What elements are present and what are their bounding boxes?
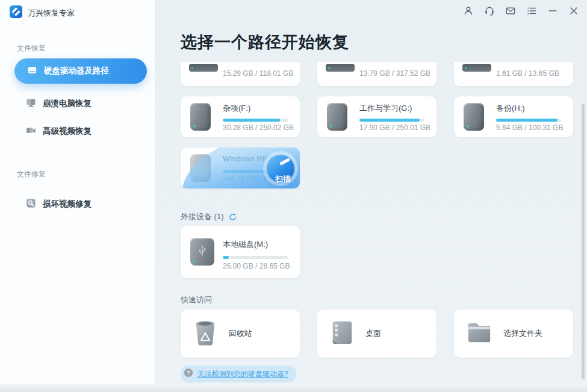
quick-access-label: 选择文件夹 bbox=[503, 328, 542, 339]
quick-access-card-recycle-bin[interactable]: 回收站 bbox=[181, 310, 300, 358]
scrollbar-thumb[interactable] bbox=[582, 104, 585, 379]
minimize-button[interactable] bbox=[547, 5, 558, 16]
desktop-icon bbox=[329, 319, 355, 349]
drive-size: 1.61 GB / 13.65 GB bbox=[496, 69, 559, 78]
drive-card[interactable]: 1.61 GB / 13.65 GB bbox=[454, 62, 573, 86]
drive-size: 17.90 GB / 250.01 GB bbox=[359, 123, 430, 132]
drive-size: 26.00 GB / 28.65 GB bbox=[223, 262, 290, 270]
quick-access-card-select-folder[interactable]: 选择文件夹 bbox=[454, 310, 573, 358]
drive-size: 13.79 GB / 317.52 GB bbox=[359, 69, 430, 78]
help-link[interactable]: ? 无法检测到您的硬盘驱动器? bbox=[181, 366, 296, 382]
support-headset-icon[interactable] bbox=[484, 5, 495, 16]
drive-progress bbox=[359, 119, 424, 122]
drive-progress-fill bbox=[359, 119, 420, 122]
recycle-bin-icon bbox=[193, 319, 218, 349]
drive-row: Windows RE tools 244.78 MB / 98 扫描 bbox=[181, 148, 300, 188]
window-bottom-edge bbox=[0, 384, 587, 392]
drive-card[interactable]: 备份(H:) 5.64 GB / 100.31 GB bbox=[454, 96, 573, 137]
sidebar-item-label: 高级视频恢复 bbox=[43, 126, 92, 137]
hard-drive-icon bbox=[462, 64, 491, 72]
hard-drive-icon bbox=[464, 103, 484, 131]
drive-row: 杂项(F:) 30.28 GB / 250.02 GB 工作与学习(G:) 17… bbox=[181, 96, 573, 137]
sidebar-item-corrupted-video-repair[interactable]: 损坏视频修复 bbox=[25, 197, 92, 211]
app-logo-icon bbox=[10, 5, 22, 20]
drive-progress-fill bbox=[223, 119, 280, 122]
quick-access-card-desktop[interactable]: 桌面 bbox=[317, 310, 436, 358]
hard-drive-icon bbox=[190, 103, 211, 131]
drive-progress bbox=[223, 256, 288, 259]
sidebar-section-file-repair: 文件修复 bbox=[17, 169, 46, 179]
page-title: 选择一个路径开始恢复 bbox=[181, 31, 349, 53]
drive-card[interactable]: 15.29 GB / 118.01 GB bbox=[181, 62, 300, 86]
menu-icon[interactable] bbox=[526, 5, 537, 16]
content-area: 选择一个路径开始恢复 15.29 GB / 118.01 GB 13.79 GB… bbox=[155, 0, 587, 392]
drive-size: 30.28 GB / 250.02 GB bbox=[223, 123, 294, 132]
quick-access-label: 桌面 bbox=[365, 328, 381, 339]
hard-drive-icon bbox=[327, 103, 347, 131]
sidebar-section-file-recovery: 文件恢复 bbox=[17, 43, 46, 54]
crashed-computer-icon bbox=[25, 97, 37, 111]
video-camera-icon bbox=[25, 125, 37, 138]
app-logo: 万兴恢复专家 bbox=[10, 5, 75, 20]
drive-progress bbox=[223, 119, 288, 122]
external-drive-card[interactable]: 本地磁盘(M:) 26.00 GB / 28.65 GB bbox=[181, 226, 300, 278]
svg-text:?: ? bbox=[187, 370, 190, 376]
sidebar-item-label: 崩溃电脑恢复 bbox=[43, 98, 92, 109]
drive-card[interactable]: 杂项(F:) 30.28 GB / 250.02 GB bbox=[181, 96, 300, 137]
external-devices-header: 外接设备 (1) bbox=[181, 211, 237, 222]
drive-name: 备份(H:) bbox=[496, 103, 525, 114]
drive-card-hovered[interactable]: Windows RE tools 244.78 MB / 98 扫描 bbox=[181, 148, 300, 188]
sidebar: 万兴恢复专家 文件恢复 硬盘驱动器及路径 崩溃电脑恢复 bbox=[0, 0, 155, 392]
drive-size: 5.64 GB / 100.31 GB bbox=[496, 123, 563, 132]
titlebar-controls bbox=[463, 5, 579, 16]
sidebar-item-label: 损坏视频修复 bbox=[43, 199, 92, 210]
drive-name: 本地磁盘(M:) bbox=[223, 239, 268, 250]
sidebar-item-hard-drives-and-paths[interactable]: 硬盘驱动器及路径 bbox=[14, 58, 147, 84]
sidebar-item-label: 硬盘驱动器及路径 bbox=[44, 66, 109, 76]
app-title: 万兴恢复专家 bbox=[28, 8, 75, 19]
hard-drive-icon bbox=[326, 64, 355, 72]
quick-access-label: 快速访问 bbox=[181, 294, 212, 305]
quick-access-header: 快速访问 bbox=[181, 294, 212, 305]
usb-drive-icon bbox=[190, 238, 214, 266]
sidebar-item-crashed-computer-recovery[interactable]: 崩溃电脑恢复 bbox=[25, 96, 92, 111]
hard-drive-icon bbox=[26, 64, 38, 78]
scan-button-label[interactable]: 扫描 bbox=[275, 174, 291, 185]
app-window: 万兴恢复专家 文件恢复 硬盘驱动器及路径 崩溃电脑恢复 bbox=[0, 0, 587, 392]
external-devices-label: 外接设备 (1) bbox=[181, 211, 224, 222]
quick-access-label: 回收站 bbox=[229, 328, 252, 339]
account-icon[interactable] bbox=[463, 5, 474, 16]
drive-card[interactable]: 工作与学习(G:) 17.90 GB / 250.01 GB bbox=[317, 96, 436, 137]
drive-progress bbox=[496, 119, 561, 122]
question-icon: ? bbox=[184, 368, 193, 380]
sidebar-item-advanced-video-recovery[interactable]: 高级视频恢复 bbox=[25, 124, 92, 138]
drive-progress-fill bbox=[223, 256, 229, 259]
drive-row-clipped: 15.29 GB / 118.01 GB 13.79 GB / 317.52 G… bbox=[181, 62, 573, 86]
help-link-text[interactable]: 无法检测到您的硬盘驱动器? bbox=[197, 369, 288, 379]
drive-progress-fill bbox=[496, 119, 557, 122]
drive-card[interactable]: 13.79 GB / 317.52 GB bbox=[317, 62, 436, 86]
hard-drive-icon bbox=[189, 64, 218, 72]
refresh-icon[interactable] bbox=[228, 213, 237, 222]
quick-access-row: 回收站 桌面 bbox=[181, 310, 573, 358]
drive-size: 15.29 GB / 118.01 GB bbox=[223, 69, 293, 78]
drive-name: 工作与学习(G:) bbox=[359, 103, 412, 114]
drive-name: 杂项(F:) bbox=[223, 103, 250, 114]
video-repair-icon bbox=[25, 198, 37, 211]
folder-icon bbox=[466, 320, 492, 347]
close-button[interactable] bbox=[568, 5, 579, 16]
mail-icon[interactable] bbox=[505, 5, 516, 16]
